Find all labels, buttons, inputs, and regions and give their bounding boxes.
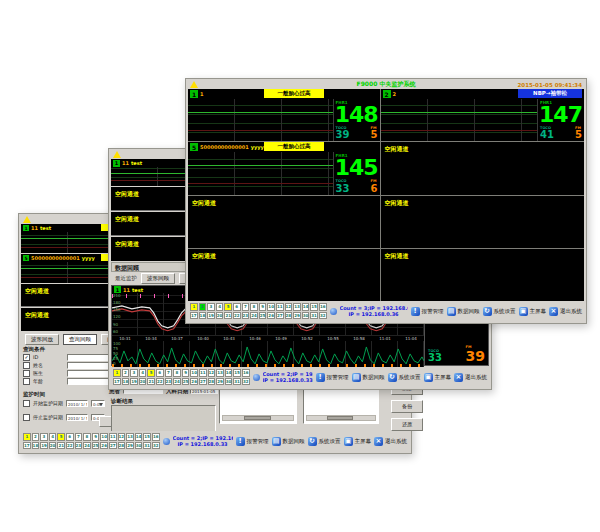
day-cell[interactable]: 13 bbox=[293, 303, 301, 311]
day-cell[interactable]: 5 bbox=[147, 369, 155, 377]
day-cell[interactable]: 22 bbox=[233, 312, 241, 320]
day-cell[interactable]: 32 bbox=[152, 442, 160, 450]
calendar-day-grid[interactable]: 1234567891011121314151617181920212223242… bbox=[190, 303, 327, 319]
calendar-icon[interactable] bbox=[163, 438, 170, 445]
day-cell[interactable]: 17 bbox=[113, 378, 121, 386]
day-cell[interactable]: 3 bbox=[130, 369, 138, 377]
day-cell[interactable]: 20 bbox=[139, 378, 147, 386]
result-list-panel[interactable] bbox=[303, 386, 379, 424]
horizontal-scrollbar[interactable] bbox=[222, 415, 294, 421]
day-cell[interactable]: 27 bbox=[276, 312, 284, 320]
day-cell[interactable]: 23 bbox=[165, 378, 173, 386]
checkbox[interactable] bbox=[23, 362, 30, 369]
day-cell[interactable]: 6 bbox=[233, 303, 241, 311]
day-cell[interactable]: 18 bbox=[122, 378, 130, 386]
day-cell[interactable]: 31 bbox=[143, 442, 151, 450]
toolbar-button[interactable]: ! 报警管理 bbox=[316, 373, 349, 382]
day-cell[interactable]: 12 bbox=[285, 303, 293, 311]
day-cell[interactable]: 8 bbox=[83, 433, 91, 441]
checkbox[interactable] bbox=[23, 378, 30, 385]
day-cell[interactable]: 14 bbox=[225, 369, 233, 377]
toolbar-button[interactable]: ! 报警管理 bbox=[236, 437, 269, 446]
day-cell[interactable]: 2 bbox=[32, 433, 40, 441]
scrollbar-thumb[interactable] bbox=[327, 416, 353, 420]
day-cell[interactable]: 15 bbox=[143, 433, 151, 441]
day-cell[interactable]: 7 bbox=[75, 433, 83, 441]
result-list-panel[interactable] bbox=[219, 386, 297, 424]
toolbar-button[interactable]: ! 报警管理 bbox=[411, 307, 444, 316]
day-cell[interactable]: 28 bbox=[208, 378, 216, 386]
day-cell[interactable]: 1 bbox=[190, 303, 198, 311]
toolbar-button[interactable]: ▤ 数据回顾 bbox=[352, 373, 385, 382]
day-cell[interactable]: 2 bbox=[199, 303, 207, 311]
toolbar-button[interactable]: ↻ 系统设置 bbox=[308, 437, 341, 446]
tab-wave-playback[interactable]: 波形回放 bbox=[25, 334, 59, 345]
day-cell[interactable]: 19 bbox=[40, 442, 48, 450]
tab-wave-review[interactable]: 波形回顾 bbox=[141, 273, 175, 284]
day-cell[interactable]: 1 bbox=[113, 369, 121, 377]
day-cell[interactable]: 23 bbox=[242, 312, 250, 320]
day-cell[interactable]: 5 bbox=[224, 303, 232, 311]
checkbox[interactable] bbox=[23, 400, 30, 407]
side-button[interactable]: 备份 bbox=[391, 400, 423, 413]
day-cell[interactable]: 17 bbox=[190, 312, 198, 320]
day-cell[interactable]: 30 bbox=[135, 442, 143, 450]
day-cell[interactable]: 19 bbox=[130, 378, 138, 386]
day-cell[interactable]: 18 bbox=[32, 442, 40, 450]
tab-recent-monitor[interactable]: 最近监护 bbox=[115, 275, 137, 282]
day-cell[interactable]: 2 bbox=[122, 369, 130, 377]
toolbar-button[interactable]: × 退出系统 bbox=[549, 307, 582, 316]
day-cell[interactable]: 22 bbox=[156, 378, 164, 386]
day-cell[interactable]: 16 bbox=[152, 433, 160, 441]
start-date-input[interactable]: 2010/ 1/ 5 bbox=[66, 400, 88, 407]
day-cell[interactable]: 15 bbox=[233, 369, 241, 377]
day-cell[interactable]: 22 bbox=[66, 442, 74, 450]
day-cell[interactable]: 21 bbox=[147, 378, 155, 386]
day-cell[interactable]: 20 bbox=[49, 442, 57, 450]
day-cell[interactable]: 16 bbox=[319, 303, 327, 311]
day-cell[interactable]: 19 bbox=[207, 312, 215, 320]
day-cell[interactable]: 25 bbox=[92, 442, 100, 450]
day-cell[interactable]: 12 bbox=[118, 433, 126, 441]
day-cell[interactable]: 17 bbox=[23, 442, 31, 450]
day-cell[interactable]: 11 bbox=[276, 303, 284, 311]
day-cell[interactable]: 21 bbox=[57, 442, 65, 450]
calendar-icon[interactable] bbox=[330, 308, 337, 315]
checkbox[interactable]: ✓ bbox=[23, 354, 30, 361]
day-cell[interactable]: 9 bbox=[259, 303, 267, 311]
checkbox[interactable] bbox=[23, 370, 30, 377]
calendar-icon[interactable] bbox=[253, 374, 260, 381]
day-cell[interactable]: 32 bbox=[319, 312, 327, 320]
toolbar-button[interactable]: × 退出系统 bbox=[374, 437, 407, 446]
toolbar-button[interactable]: × 退出系统 bbox=[454, 373, 487, 382]
day-cell[interactable]: 32 bbox=[242, 378, 250, 386]
day-cell[interactable]: 25 bbox=[182, 378, 190, 386]
day-cell[interactable]: 23 bbox=[75, 442, 83, 450]
day-cell[interactable]: 3 bbox=[207, 303, 215, 311]
checkbox[interactable] bbox=[23, 414, 30, 421]
day-cell[interactable]: 20 bbox=[216, 312, 224, 320]
day-cell[interactable]: 24 bbox=[83, 442, 91, 450]
day-cell[interactable]: 13 bbox=[216, 369, 224, 377]
toolbar-button[interactable]: ▤ 数据回顾 bbox=[272, 437, 305, 446]
toolbar-button[interactable]: ▣ 主屏幕 bbox=[344, 437, 372, 446]
day-cell[interactable]: 8 bbox=[173, 369, 181, 377]
day-cell[interactable]: 14 bbox=[302, 303, 310, 311]
day-cell[interactable]: 6 bbox=[156, 369, 164, 377]
day-cell[interactable]: 5 bbox=[57, 433, 65, 441]
day-cell[interactable]: 27 bbox=[109, 442, 117, 450]
day-cell[interactable]: 30 bbox=[225, 378, 233, 386]
day-cell[interactable]: 1 bbox=[23, 433, 31, 441]
day-cell[interactable]: 10 bbox=[100, 433, 108, 441]
toolbar-button[interactable]: ↻ 系统设置 bbox=[483, 307, 516, 316]
day-cell[interactable]: 26 bbox=[100, 442, 108, 450]
day-cell[interactable]: 29 bbox=[216, 378, 224, 386]
day-cell[interactable]: 8 bbox=[250, 303, 258, 311]
toolbar-button[interactable]: ▣ 主屏幕 bbox=[519, 307, 547, 316]
day-cell[interactable]: 28 bbox=[285, 312, 293, 320]
day-cell[interactable]: 11 bbox=[199, 369, 207, 377]
tab-query-review[interactable]: 查询回顾 bbox=[63, 334, 97, 345]
day-cell[interactable]: 11 bbox=[109, 433, 117, 441]
day-cell[interactable]: 10 bbox=[267, 303, 275, 311]
day-cell[interactable]: 6 bbox=[66, 433, 74, 441]
